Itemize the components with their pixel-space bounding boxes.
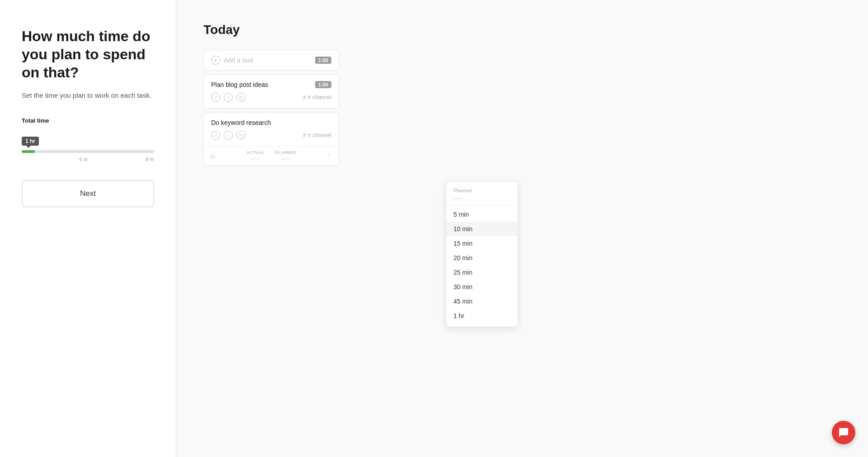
- slider-labels: 6 hr 8 hr: [22, 157, 154, 162]
- dropdown-item-10min[interactable]: 10 min: [446, 222, 518, 236]
- slider-label-mid: 6 hr: [80, 157, 88, 162]
- left-panel: How much time do you plan to spend on th…: [0, 0, 176, 457]
- task-card-keyword: Do keyword research ✓ ○ ◷ # # channel ▷ …: [203, 112, 339, 166]
- hash-icon-2: #: [303, 132, 306, 138]
- total-time-label: Total time: [22, 117, 154, 124]
- dropdown-item-1hr[interactable]: 1 hr: [446, 309, 518, 323]
- check-icon[interactable]: ✓: [211, 93, 220, 102]
- calendar-icon[interactable]: ○: [224, 93, 233, 102]
- slider-container: 1 hr 6 hr 8 hr: [22, 137, 154, 162]
- today-heading: Today: [203, 23, 841, 37]
- subtitle: Set the time you plan to work on each ta…: [22, 90, 154, 101]
- dropdown-item-30min[interactable]: 30 min: [446, 280, 518, 294]
- keyword-time-row: ▷ ACTUAL --:-- PLANNED --:-- ⌃: [204, 146, 339, 166]
- next-button[interactable]: Next: [22, 180, 154, 207]
- slider-label-max: 8 hr: [146, 157, 154, 162]
- check-icon-2[interactable]: ✓: [211, 131, 220, 140]
- hash-icon: #: [303, 94, 306, 100]
- task-channel-keyword: # # channel: [303, 132, 331, 138]
- dropdown-item-25min[interactable]: 25 min: [446, 265, 518, 280]
- slider-track[interactable]: [22, 150, 154, 153]
- actual-value: --:--: [246, 156, 264, 162]
- add-icon: +: [211, 56, 220, 65]
- dropdown-item-20min[interactable]: 20 min: [446, 251, 518, 265]
- planned-value: --:--: [275, 156, 297, 162]
- chat-bubble[interactable]: [832, 421, 855, 444]
- dropdown-item-15min[interactable]: 15 min: [446, 236, 518, 251]
- add-task-time-badge: 1:00: [315, 57, 331, 64]
- slider-fill: [22, 150, 35, 153]
- planned-label: PLANNED: [275, 150, 297, 155]
- actual-label: ACTUAL: [246, 150, 264, 155]
- clock-icon[interactable]: ◷: [236, 93, 245, 102]
- task-title-plan-blog: Plan blog post ideas: [211, 81, 268, 88]
- dropdown-dash: --:--: [446, 194, 518, 205]
- dropdown-item-5min[interactable]: 5 min: [446, 207, 518, 222]
- dropdown-planned-label: Planned:: [446, 185, 518, 194]
- add-task-text: Add a task: [224, 57, 254, 64]
- clock-icon-2[interactable]: ◷: [236, 131, 245, 140]
- add-task-row[interactable]: + Add a task 1:00: [203, 50, 339, 71]
- task-title-keyword: Do keyword research: [211, 119, 271, 126]
- calendar-icon-2[interactable]: ○: [224, 131, 233, 140]
- task-card-plan-blog: Plan blog post ideas 1:00 ✓ ○ ◷ # # chan…: [203, 74, 339, 109]
- dropdown-item-45min[interactable]: 45 min: [446, 294, 518, 309]
- task-channel-plan-blog: # # channel: [303, 94, 331, 100]
- slider-tooltip: 1 hr: [22, 137, 39, 146]
- page-heading: How much time do you plan to spend on th…: [22, 27, 154, 81]
- chevron-up-icon[interactable]: ⌃: [327, 153, 331, 159]
- right-panel: Today + Add a task 1:00 Plan blog post i…: [176, 0, 868, 457]
- time-dropdown: Planned: --:-- 5 min 10 min 15 min 20 mi…: [446, 181, 518, 327]
- play-icon[interactable]: ▷: [211, 152, 216, 160]
- task-time-badge-plan-blog: 1:00: [315, 81, 331, 88]
